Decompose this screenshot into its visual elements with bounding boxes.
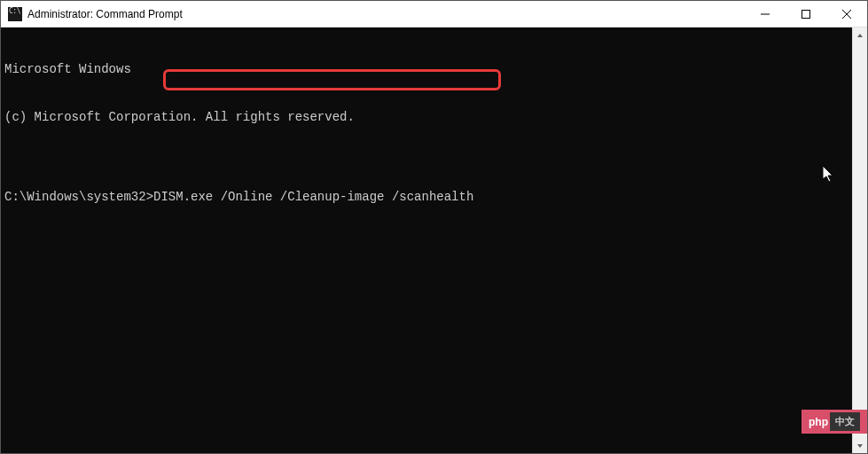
- svg-rect-1: [802, 10, 810, 18]
- svg-marker-4: [857, 34, 863, 37]
- scroll-down-button[interactable]: [853, 438, 867, 453]
- terminal-area: Microsoft Windows (c) Microsoft Corporat…: [1, 27, 867, 453]
- terminal-prompt-line: C:\Windows\system32>: [4, 189, 848, 205]
- scroll-up-button[interactable]: [853, 27, 867, 43]
- window-controls: [745, 1, 867, 27]
- watermark-text: php: [809, 416, 828, 428]
- terminal-line-header1: Microsoft Windows: [4, 61, 848, 77]
- terminal-line-header2: (c) Microsoft Corporation. All rights re…: [4, 109, 848, 125]
- titlebar-left: C:\ Administrator: Command Prompt: [1, 7, 183, 21]
- terminal-prompt: C:\Windows\system32>: [4, 190, 153, 204]
- maximize-button[interactable]: [786, 1, 826, 27]
- watermark-extra: 中文: [830, 412, 860, 431]
- command-prompt-window: C:\ Administrator: Command Prompt Micros…: [0, 0, 868, 454]
- watermark-badge: php 中文: [802, 410, 867, 434]
- vertical-scrollbar[interactable]: [852, 27, 867, 453]
- terminal[interactable]: Microsoft Windows (c) Microsoft Corporat…: [1, 27, 852, 453]
- svg-marker-5: [857, 444, 863, 448]
- cmd-icon: C:\: [8, 7, 22, 21]
- minimize-button[interactable]: [745, 1, 786, 27]
- close-button[interactable]: [826, 1, 867, 27]
- scroll-track[interactable]: [853, 43, 867, 438]
- titlebar[interactable]: C:\ Administrator: Command Prompt: [1, 1, 867, 27]
- window-title: Administrator: Command Prompt: [27, 8, 183, 20]
- terminal-command-input[interactable]: [153, 190, 508, 204]
